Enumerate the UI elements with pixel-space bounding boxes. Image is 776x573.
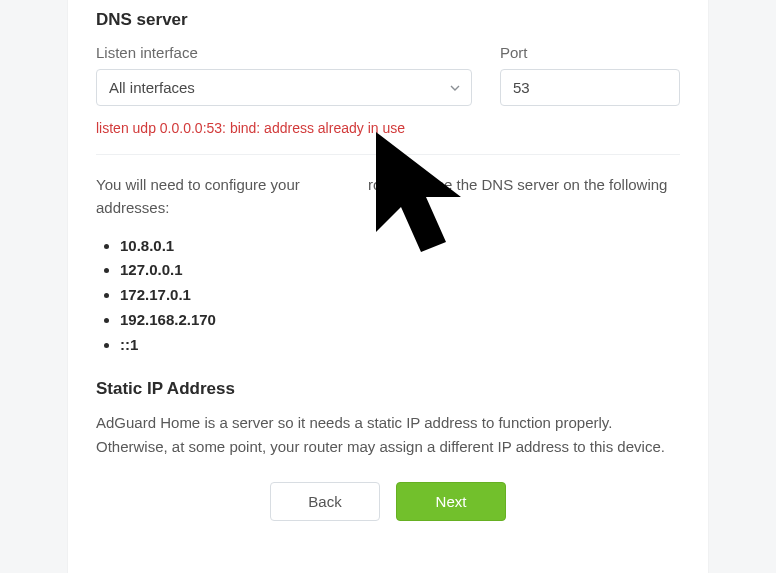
dns-error-text: listen udp 0.0.0.0:53: bind: address alr… [96,120,680,136]
back-button[interactable]: Back [270,482,380,521]
list-item: 172.17.0.1 [120,283,680,308]
port-field: Port [500,44,680,106]
port-label: Port [500,44,680,61]
setup-card: DNS server Listen interface All interfac… [68,0,708,573]
port-input[interactable] [500,69,680,106]
dns-help-pre: You will need to configure your [96,176,304,193]
dns-address-list: 10.8.0.1 127.0.0.1 172.17.0.1 192.168.2.… [96,234,680,358]
list-item: 10.8.0.1 [120,234,680,259]
list-item: ::1 [120,333,680,358]
dns-help-text: You will need to configure your router t… [96,173,680,220]
listen-interface-label: Listen interface [96,44,472,61]
listen-interface-field: Listen interface All interfaces [96,44,472,106]
list-item: 192.168.2.170 [120,308,680,333]
dns-form-row: Listen interface All interfaces Port [96,44,680,106]
next-button[interactable]: Next [396,482,506,521]
button-row: Back Next [96,482,680,521]
section-title-static-ip: Static IP Address [96,379,680,399]
static-ip-help-text: AdGuard Home is a server so it needs a s… [96,411,680,458]
list-item: 127.0.0.1 [120,258,680,283]
listen-interface-select-wrap: All interfaces [96,69,472,106]
listen-interface-select[interactable]: All interfaces [96,69,472,106]
divider [96,154,680,155]
section-title-dns: DNS server [96,0,680,44]
